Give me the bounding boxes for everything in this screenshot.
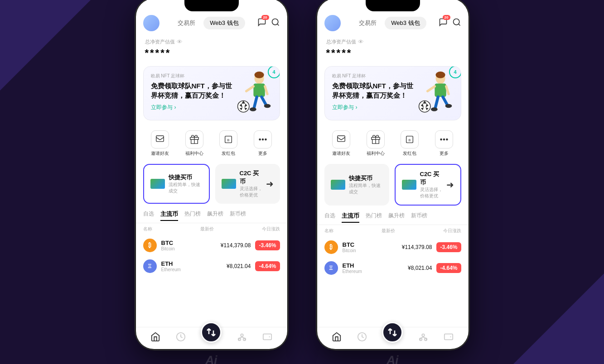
invite-label-2: 邀请好友	[332, 150, 350, 157]
more-icon-2	[435, 130, 453, 148]
btc-icon-2: ₿	[324, 240, 338, 254]
action-more-2[interactable]: 更多	[435, 130, 453, 157]
action-hongbao-1[interactable]: B 发红包	[219, 130, 237, 157]
more-label-1: 更多	[258, 150, 267, 157]
btc-row-2[interactable]: ₿ BTC Bitcoin ¥114,379.08 -3.46%	[317, 237, 469, 258]
ai-label-1: Ai	[135, 353, 289, 364]
center-swap-btn-1[interactable]	[201, 322, 222, 343]
bottom-nav-2	[317, 327, 469, 349]
search-icon-wrap-1[interactable]	[271, 18, 280, 29]
tab-exchange-1[interactable]: 交易所	[171, 17, 202, 29]
eye-icon-1[interactable]: 👁	[177, 38, 183, 45]
svg-point-38	[440, 139, 442, 140]
phone-2-notch	[366, 0, 420, 11]
btc-price-2: ¥114,379.08	[402, 244, 432, 250]
welfare-label-1: 福利中心	[185, 150, 203, 157]
header-price-1: 最新价	[200, 226, 214, 232]
svg-point-33	[445, 104, 452, 107]
nav-tabs-2: 交易所 Web3 钱包	[344, 17, 435, 29]
banner-card-2[interactable]: 4 欧易 NFT 足球杯 免费领取球队NFT，参与世界杯竞猜，赢百万奖金！ 立即…	[324, 66, 461, 120]
market-tabs-1: 自选 主流币 热门榜 飙升榜 新币榜	[136, 206, 287, 223]
tab-rising-1[interactable]: 飙升榜	[207, 208, 223, 221]
soccer-figure-2	[414, 71, 457, 116]
asset-section-2: 总净资产估值 👁 *****	[317, 33, 469, 62]
buy-section-2: 快捷买币 流程简单，快速成交 C2C 买币 灵活选择，价格更优 ➜	[324, 164, 461, 206]
svg-point-42	[422, 334, 425, 336]
nav-history-2[interactable]	[357, 332, 367, 342]
nav-home-2[interactable]	[332, 332, 342, 342]
action-hongbao-2[interactable]: B 发红包	[401, 130, 419, 157]
nav-trade-1[interactable]	[237, 332, 247, 342]
action-more-1[interactable]: 更多	[254, 130, 272, 157]
avatar-2[interactable]	[324, 15, 341, 31]
search-icon-wrap-2[interactable]	[452, 18, 461, 29]
invite-icon-2	[332, 130, 350, 148]
svg-point-23	[453, 19, 459, 24]
c2c-buy-card-1[interactable]: C2C 买币 灵活选择，价格更优 ➜	[215, 164, 280, 204]
tab-watchlist-1[interactable]: 自选	[143, 208, 154, 221]
nav-icons-2: 20	[439, 18, 461, 29]
nav-icons-1: 20	[257, 18, 280, 29]
nav-wallet-2[interactable]	[444, 332, 454, 342]
tab-mainstream-2[interactable]: 主流币	[342, 210, 359, 223]
svg-rect-12	[156, 135, 164, 141]
quick-buy-card-2[interactable]: 快捷买币 流程简单，快速成交	[324, 164, 389, 206]
svg-text:B: B	[409, 138, 411, 142]
tab-wallet-1[interactable]: Web3 钱包	[203, 17, 245, 29]
tab-new-2[interactable]: 新币榜	[411, 210, 427, 223]
quick-buy-card-1[interactable]: 快捷买币 流程简单，快速成交	[143, 164, 210, 204]
tab-rising-2[interactable]: 飙升榜	[388, 210, 405, 223]
nav-wallet-1[interactable]	[262, 332, 272, 342]
asset-label-1: 总净资产估值 👁	[145, 38, 278, 45]
center-swap-btn-2[interactable]	[382, 322, 403, 343]
eth-row-1[interactable]: Ξ ETH Ethereum ¥8,021.04 -4.64%	[136, 256, 287, 277]
eye-icon-2[interactable]: 👁	[358, 38, 364, 45]
c2c-buy-icon-2	[402, 180, 416, 190]
message-icon-wrap-2[interactable]: 20	[439, 18, 448, 29]
btc-row-1[interactable]: ₿ BTC Bitcoin ¥114,379.08 -3.46%	[136, 235, 287, 256]
tab-hot-1[interactable]: 热门榜	[184, 208, 201, 221]
action-welfare-1[interactable]: 福利中心	[185, 130, 203, 157]
asset-label-2: 总净资产估值 👁	[326, 38, 459, 45]
phones-container: 交易所 Web3 钱包 20	[135, 0, 470, 364]
eth-price-1: ¥8,021.04	[227, 263, 251, 269]
banner-card-1[interactable]: 4 欧易 NFT 足球杯 免费领取球队NFT，参与世界杯竞猜，赢百万奖金！ 立即…	[143, 66, 280, 120]
c2c-buy-text-1: C2C 买币 灵活选择，价格更优	[240, 169, 262, 198]
header-name-2: 名称	[324, 228, 333, 234]
nav-trade-2[interactable]	[418, 332, 428, 342]
message-icon-wrap-1[interactable]: 20	[257, 18, 266, 29]
nav-home-1[interactable]	[150, 332, 160, 342]
phone-1-screen: 交易所 Web3 钱包 20	[136, 0, 287, 349]
svg-point-44	[420, 338, 422, 340]
tab-mainstream-1[interactable]: 主流币	[160, 208, 178, 221]
svg-line-1	[277, 24, 279, 25]
hongbao-label-1: 发红包	[222, 150, 235, 157]
btc-info-1: BTC Bitcoin	[161, 239, 175, 251]
nav-history-1[interactable]	[176, 332, 186, 342]
tab-wallet-2[interactable]: Web3 钱包	[385, 17, 426, 29]
btc-icon-1: ₿	[143, 239, 157, 252]
tab-new-1[interactable]: 新币榜	[230, 208, 246, 221]
more-icon-1	[254, 130, 272, 148]
action-invite-2[interactable]: 邀请好友	[332, 130, 350, 157]
eth-row-2[interactable]: Ξ ETH Ethereum ¥8,021.04 -4.64%	[317, 258, 469, 278]
svg-point-43	[425, 338, 427, 340]
header-name-1: 名称	[143, 226, 152, 232]
eth-info-1: ETH Ethereum	[161, 260, 181, 272]
avatar-1[interactable]	[143, 15, 159, 31]
tab-watchlist-2[interactable]: 自选	[324, 210, 335, 223]
asset-value-2: *****	[326, 47, 459, 59]
tab-exchange-2[interactable]: 交易所	[353, 17, 383, 29]
c2c-buy-card-2[interactable]: C2C 买币 灵活选择，价格更优 ➜	[395, 164, 461, 206]
action-welfare-2[interactable]: 福利中心	[367, 130, 385, 157]
svg-rect-35	[338, 135, 345, 141]
hongbao-label-2: 发红包	[403, 150, 416, 157]
buy-section-1: 快捷买币 流程简单，快速成交 C2C 买币 灵活选择，价格更优 ➜	[143, 164, 280, 204]
svg-rect-22	[263, 334, 271, 340]
tab-hot-2[interactable]: 热门榜	[366, 210, 382, 223]
btc-change-2: -3.46%	[436, 242, 461, 252]
welfare-icon-2	[367, 130, 385, 148]
hongbao-icon-1: B	[219, 130, 237, 148]
action-invite-1[interactable]: 邀请好友	[151, 130, 169, 157]
svg-line-28	[427, 86, 435, 91]
